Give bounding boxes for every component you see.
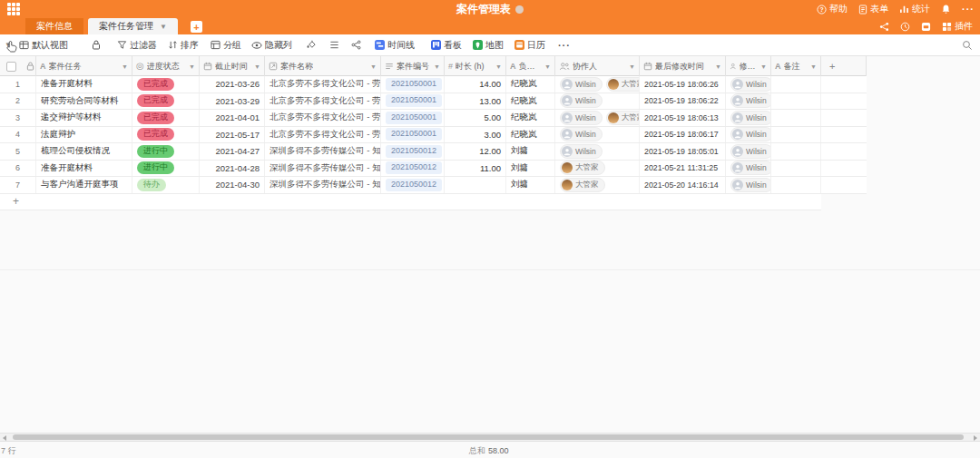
chevron-down-icon[interactable]: ▼ xyxy=(370,63,377,70)
add-sheet-button[interactable]: + xyxy=(191,21,202,33)
cell-note[interactable] xyxy=(771,143,821,160)
chevron-down-icon[interactable]: ▼ xyxy=(254,63,260,70)
scroll-left-arrow[interactable] xyxy=(3,435,6,441)
cell-case-number[interactable]: 2021050001 xyxy=(381,76,445,93)
column-header-task[interactable]: A案件任务▼ xyxy=(36,56,132,76)
cell-modifier[interactable]: Wilsin xyxy=(726,93,771,110)
cell-collaborators[interactable]: Wilsin xyxy=(555,143,640,160)
cell-deadline[interactable]: 2021-05-17 xyxy=(200,127,265,143)
cell-case-number[interactable]: 2021050012 xyxy=(381,161,445,177)
horizontal-scrollbar[interactable] xyxy=(0,433,980,442)
cell-deadline[interactable]: 2021-04-27 xyxy=(200,143,265,160)
scroll-right-arrow[interactable] xyxy=(974,435,977,441)
cell-note[interactable] xyxy=(771,161,821,177)
share-button[interactable] xyxy=(879,22,889,32)
cell-case-number[interactable]: 2021050001 xyxy=(381,110,445,126)
cell-collaborators[interactable]: Wilsin大管家 xyxy=(555,76,640,93)
cell-task[interactable]: 准备开庭材料 xyxy=(36,161,132,177)
sort-button[interactable]: 排序 xyxy=(168,39,199,52)
cell-modified-time[interactable]: 2021-05-19 18:06:22 xyxy=(640,93,726,110)
column-header-owner[interactable]: A负责人▼ xyxy=(506,56,555,76)
map-view-button[interactable]: 地图 xyxy=(473,39,504,52)
cell-owner[interactable]: 刘墉 xyxy=(506,177,555,193)
view-switcher-button[interactable]: 默认视图 xyxy=(19,39,68,52)
row-height-button[interactable] xyxy=(329,40,339,50)
form-button[interactable]: 表单 xyxy=(858,3,888,15)
cell-case-number[interactable]: 2021050012 xyxy=(381,143,445,160)
cell-note[interactable] xyxy=(771,93,821,110)
cell-modified-time[interactable]: 2021-05-19 18:06:13 xyxy=(640,110,726,126)
cell-collaborators[interactable]: Wilsin xyxy=(555,93,640,110)
cell-deadline[interactable]: 2021-04-01 xyxy=(200,110,265,126)
column-header-note[interactable]: A备注▼ xyxy=(771,56,821,76)
notifications-button[interactable] xyxy=(941,4,951,15)
column-header-case_no[interactable]: 案件编号▼ xyxy=(381,56,445,76)
cell-status[interactable]: 已完成 xyxy=(132,110,200,126)
cell-case-number[interactable]: 2021050001 xyxy=(381,127,445,143)
filter-button[interactable]: 过滤器 xyxy=(117,39,157,52)
stats-button[interactable]: 统计 xyxy=(899,3,930,15)
cell-case-name[interactable]: 北京多劳不多得文化公司 - 劳动纠纷 xyxy=(265,93,381,110)
cell-case-name[interactable]: 北京多劳不多得文化公司 - 劳动纠纷 xyxy=(265,110,381,126)
cell-collaborators[interactable]: Wilsin xyxy=(555,127,640,143)
group-button[interactable]: 分组 xyxy=(211,39,241,52)
cell-deadline[interactable]: 2021-04-30 xyxy=(200,177,265,193)
cell-owner[interactable]: 纪晓岚 xyxy=(506,93,555,110)
cell-owner[interactable]: 纪晓岚 xyxy=(506,76,555,93)
history-button[interactable] xyxy=(900,22,910,32)
cell-modifier[interactable]: Wilsin xyxy=(726,161,771,177)
cell-owner[interactable]: 刘墉 xyxy=(506,143,555,160)
cell-owner[interactable]: 刘墉 xyxy=(506,161,555,177)
cell-status[interactable]: 进行中 xyxy=(132,143,200,160)
share-view-button[interactable] xyxy=(351,40,361,50)
cell-modified-time[interactable]: 2021-05-19 18:06:26 xyxy=(640,76,726,93)
plugins-button[interactable]: 插件 xyxy=(942,20,973,33)
chevron-down-icon[interactable]: ▼ xyxy=(760,63,767,70)
chevron-down-icon[interactable]: ▼ xyxy=(629,63,635,70)
cell-modifier[interactable]: Wilsin xyxy=(726,76,771,93)
cell-owner[interactable]: 纪晓岚 xyxy=(506,110,555,126)
column-header-case_name[interactable]: 案件名称▼ xyxy=(265,56,381,76)
chevron-down-icon[interactable]: ▼ xyxy=(495,63,502,70)
cell-hours[interactable]: 3.00 xyxy=(445,127,506,143)
add-column-button[interactable]: + xyxy=(821,56,867,76)
cell-task[interactable]: 准备开庭材料 xyxy=(36,76,132,93)
cell-hours[interactable]: 13.00 xyxy=(445,93,506,110)
cell-hours[interactable]: 12.00 xyxy=(445,143,506,160)
scrollbar-thumb[interactable] xyxy=(13,434,964,440)
cell-modified-time[interactable]: 2021-05-19 18:06:17 xyxy=(640,127,726,143)
cell-task[interactable]: 与客户沟通开庭事项 xyxy=(36,177,132,193)
more-button[interactable]: ··· xyxy=(962,4,975,15)
tab-case-info[interactable]: 案件信息 xyxy=(25,18,83,34)
cell-hours[interactable]: 14.00 xyxy=(445,76,506,93)
cell-modifier[interactable]: Wilsin xyxy=(726,143,771,160)
select-all-header[interactable] xyxy=(0,56,36,76)
chevron-down-icon[interactable]: ▼ xyxy=(715,63,721,70)
cell-modifier[interactable]: Wilsin xyxy=(726,110,771,126)
cell-case-name[interactable]: 北京多劳不多得文化公司 - 劳动纠纷 xyxy=(265,76,381,93)
cell-case-name[interactable]: 北京多劳不多得文化公司 - 劳动纠纷 xyxy=(265,127,381,143)
cell-owner[interactable]: 纪晓岚 xyxy=(506,127,555,143)
cell-collaborators[interactable]: Wilsin大管家 xyxy=(555,110,640,126)
timeline-view-button[interactable]: 时间线 xyxy=(375,39,415,52)
cell-note[interactable] xyxy=(771,177,821,193)
chevron-down-icon[interactable]: ▼ xyxy=(810,63,817,70)
cell-hours[interactable]: 11.00 xyxy=(445,161,506,177)
tab-case-task-management[interactable]: 案件任务管理 ▼ xyxy=(88,18,178,34)
row-number[interactable]: 5 xyxy=(0,143,36,160)
cell-modified-time[interactable]: 2021-05-21 11:31:25 xyxy=(640,161,726,177)
cell-deadline[interactable]: 2021-04-28 xyxy=(200,161,265,177)
row-number[interactable]: 6 xyxy=(0,161,36,177)
lock-view-button[interactable] xyxy=(92,40,101,50)
widget-button[interactable] xyxy=(921,22,931,32)
toolbar-more-button[interactable]: ··· xyxy=(558,40,571,51)
cell-modifier[interactable]: Wilsin xyxy=(726,127,771,143)
cell-case-number[interactable]: 2021050012 xyxy=(381,177,445,193)
fill-color-button[interactable] xyxy=(306,40,317,50)
cell-deadline[interactable]: 2021-03-29 xyxy=(200,93,265,110)
cell-collaborators[interactable]: 大管家 xyxy=(555,177,640,193)
row-number[interactable]: 1 xyxy=(0,76,36,93)
cell-hours[interactable] xyxy=(445,177,506,193)
row-number[interactable]: 7 xyxy=(0,177,36,193)
column-header-deadline[interactable]: 截止时间▼ xyxy=(200,56,265,76)
